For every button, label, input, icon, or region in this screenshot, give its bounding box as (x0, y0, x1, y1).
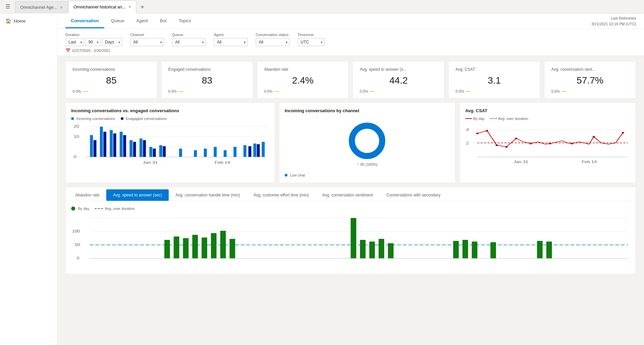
line-legend-byday: By day (465, 117, 485, 121)
svg-text:Feb 14: Feb 14 (215, 161, 230, 164)
svg-rect-71 (211, 233, 217, 258)
tab-omnichannel-agent[interactable]: Omnichannel Age... ✕ (15, 1, 68, 13)
svg-rect-7 (90, 135, 93, 157)
agent-label: Agent (214, 33, 248, 37)
svg-rect-27 (224, 150, 227, 157)
svg-rect-73 (229, 239, 235, 258)
nav-tab-bot[interactable]: Bot (155, 13, 172, 28)
line-chart-card: Avg. CSAT By day Avg. over duration (459, 102, 636, 183)
kpi-abandon-change: 0.0% (264, 89, 273, 93)
svg-rect-10 (103, 132, 106, 157)
duration-label: Duration (65, 33, 122, 37)
bottom-tab-sentiment[interactable]: Avg. conversation sentiment (315, 189, 380, 201)
svg-point-45 (476, 133, 478, 134)
kpi-sentiment-change: 0.0% (551, 89, 560, 93)
kpi-sentiment: Avg. conversation sent... 57.7% 0.0% — (544, 61, 636, 98)
svg-rect-29 (244, 145, 247, 157)
conversation-status-select[interactable]: All (256, 38, 289, 46)
bottom-tab-handle[interactable]: Avg. conversation handle time (min) (169, 189, 247, 201)
bottom-chart-card: By day Avg. over duration (65, 201, 636, 274)
kpi-incoming-dash: — (83, 89, 88, 94)
svg-point-52 (571, 143, 573, 145)
svg-point-51 (549, 143, 551, 145)
close-tab-2[interactable]: ✕ (128, 5, 131, 9)
nav-tab-topics[interactable]: Topics (173, 13, 197, 28)
queue-select[interactable]: All (172, 38, 206, 46)
bottom-tab-secondary[interactable]: Conversations with secondary (380, 189, 447, 201)
duration-value-select[interactable]: 90 (85, 38, 101, 46)
close-tab-1[interactable]: ✕ (60, 5, 63, 10)
bottom-chart-visual: 100 50 0 (71, 215, 630, 269)
duration-preset-select[interactable]: Last (65, 38, 84, 46)
hamburger-icon[interactable]: ☰ (0, 0, 15, 13)
svg-text:0: 0 (77, 256, 80, 260)
donut-total-label: 85 (100%) (360, 162, 377, 166)
bottom-legend-avg: Avg. over duration (95, 207, 135, 211)
svg-point-53 (593, 136, 595, 138)
svg-rect-72 (220, 231, 226, 258)
svg-point-54 (622, 132, 624, 134)
svg-rect-82 (491, 242, 496, 258)
tab-omnichannel-historical[interactable]: Omnichannel historical an... ✕ (68, 1, 136, 13)
svg-rect-14 (123, 135, 126, 157)
svg-rect-24 (194, 150, 197, 157)
nav-tab-conversation[interactable]: Conversation (65, 13, 104, 28)
kpi-engaged-change: 0.0% (168, 89, 177, 93)
svg-rect-17 (139, 138, 142, 157)
svg-rect-70 (202, 238, 207, 258)
svg-rect-77 (379, 239, 384, 258)
svg-rect-80 (463, 240, 468, 258)
last-refreshed: Last Refreshed 3/21/2021 10:18 PM (UTC) (591, 15, 636, 27)
kpi-csat-dash: — (466, 89, 471, 94)
svg-rect-79 (453, 241, 459, 258)
sidebar-item-home[interactable]: 🏠 Home (0, 15, 57, 27)
svg-rect-76 (369, 242, 375, 258)
svg-point-48 (505, 146, 508, 148)
bottom-tab-abandon[interactable]: Abandon rate (68, 189, 106, 201)
svg-rect-83 (537, 241, 543, 258)
duration-unit-select[interactable]: Days (102, 38, 122, 46)
svg-rect-25 (204, 149, 207, 157)
agent-select[interactable]: All (214, 38, 248, 46)
svg-rect-75 (360, 240, 366, 258)
timezone-select[interactable]: UTC (298, 38, 325, 46)
bottom-tab-effort[interactable]: Avg. customer effort time (min) (247, 189, 315, 201)
kpi-csat: Avg. CSAT 3.1 0.0% — (448, 61, 540, 98)
add-tab-button[interactable]: + (137, 1, 148, 13)
kpi-incoming-title: Incoming conversations (73, 67, 150, 72)
svg-rect-66 (164, 240, 170, 258)
kpi-speed-value: 44.2 (360, 75, 437, 86)
svg-rect-11 (110, 130, 113, 157)
svg-text:Jan 31: Jan 31 (143, 161, 158, 164)
calendar-icon: 📅 (65, 48, 71, 53)
nav-tab-agent[interactable]: Agent (131, 13, 153, 28)
bottom-tab-speed[interactable]: Avg. speed to answer (sec) (106, 189, 169, 201)
kpi-sentiment-title: Avg. conversation sent... (551, 67, 629, 72)
svg-rect-12 (113, 133, 116, 157)
svg-rect-78 (388, 243, 394, 258)
donut-legend-dot (285, 174, 287, 177)
kpi-incoming: Incoming conversations 85 0.0% — (65, 61, 157, 98)
kpi-speed: Avg. speed to answer (s... 44.2 0.0% — (353, 61, 444, 98)
svg-text:2: 2 (466, 142, 469, 145)
line-chart-visual: 4 2 (465, 123, 630, 168)
donut-chart-card: Incoming conversations by channel └ 85 (… (279, 102, 455, 183)
kpi-csat-title: Avg. CSAT (455, 67, 533, 72)
channel-select[interactable]: All (130, 38, 164, 46)
svg-text:Jan 31: Jan 31 (514, 160, 528, 164)
svg-rect-84 (546, 242, 552, 258)
nav-tab-queue[interactable]: Queue (106, 13, 130, 28)
svg-rect-33 (262, 142, 265, 157)
svg-rect-26 (214, 147, 217, 157)
kpi-incoming-value: 85 (73, 75, 150, 86)
kpi-csat-value: 3.1 (455, 75, 533, 86)
kpi-csat-change: 0.0% (455, 89, 464, 93)
svg-rect-30 (248, 146, 251, 157)
conversation-status-label: Conversation status (256, 33, 289, 37)
sidebar-item-label-home: Home (14, 19, 26, 24)
kpi-abandon-dash: — (275, 89, 279, 94)
line-chart-title: Avg. CSAT (465, 108, 630, 113)
kpi-incoming-change: 0.0% (73, 89, 81, 93)
bar-legend-engaged: Enagaged conversations (121, 117, 167, 121)
bar-chart-visual: 20 10 0 (71, 123, 269, 170)
